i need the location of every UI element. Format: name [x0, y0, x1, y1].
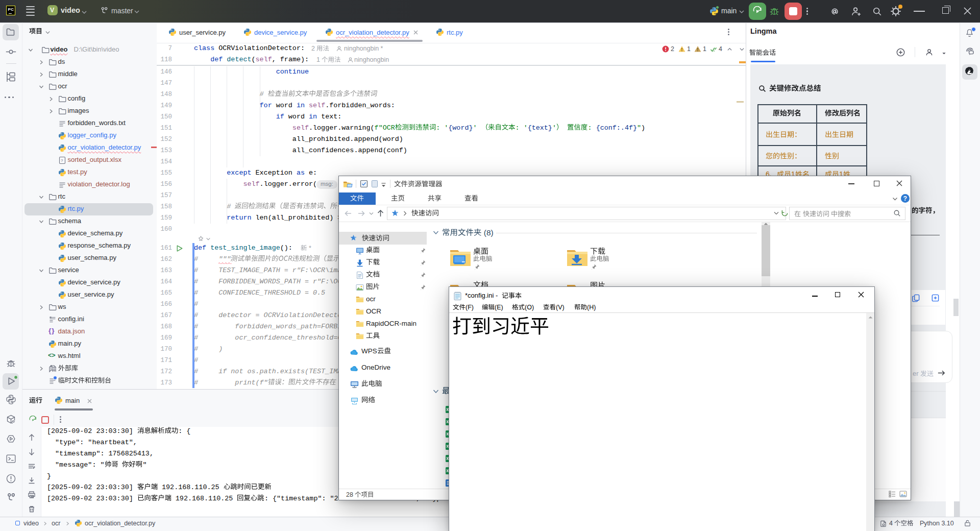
svg-text:?: ?: [61, 158, 63, 163]
